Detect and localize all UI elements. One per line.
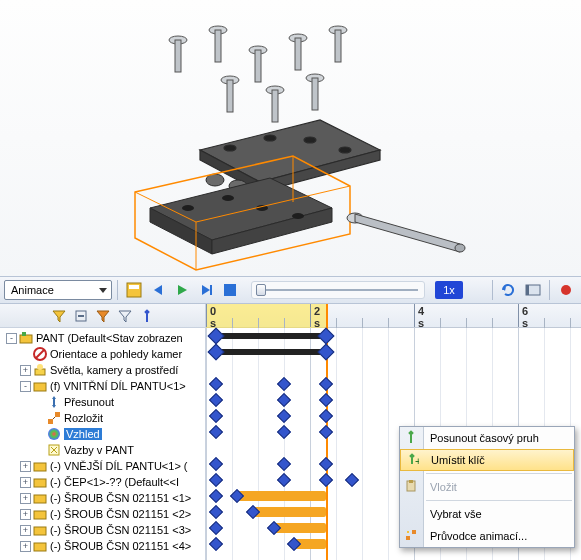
keyframe[interactable]	[209, 473, 223, 487]
tree-row[interactable]: Přesunout	[0, 394, 205, 410]
svg-rect-55	[34, 511, 46, 519]
keyframe[interactable]	[277, 377, 291, 391]
keyframe[interactable]	[209, 537, 223, 551]
time-bar[interactable]	[216, 333, 325, 339]
keyframe[interactable]	[319, 393, 333, 407]
time-ruler[interactable]: 0 s2 s4 s6 s	[206, 304, 581, 328]
keyframe[interactable]	[209, 521, 223, 535]
time-bar[interactable]	[237, 491, 325, 501]
tree-row[interactable]: +(-) ŠROUB ČSN 021151 <3>	[0, 522, 205, 538]
ctx-label: Umístit klíč	[431, 454, 485, 466]
keyframe[interactable]	[319, 425, 333, 439]
tree-row[interactable]: -PANT (Default<Stav zobrazen	[0, 330, 205, 346]
ctx-posunout-asov-pruh[interactable]: Posunout časový pruh	[400, 427, 574, 449]
tree-row[interactable]: +Světla, kamery a prostředí	[0, 362, 205, 378]
keyframe[interactable]	[209, 377, 223, 391]
model-viewport[interactable]	[0, 0, 581, 276]
keyframe[interactable]	[319, 473, 333, 487]
timeline-row[interactable]	[206, 408, 581, 424]
tree-row[interactable]: +(-) ČEP<1>-?? (Default<<I	[0, 474, 205, 490]
time-bar[interactable]	[216, 349, 325, 355]
timeline-row[interactable]	[206, 392, 581, 408]
ctx-pr-vodce-animac-[interactable]: Průvodce animací...	[400, 525, 574, 547]
time-bar[interactable]	[274, 523, 326, 533]
ctx-label: Posunout časový pruh	[430, 432, 539, 444]
expand-toggle[interactable]: +	[20, 477, 31, 488]
collapse-icon[interactable]	[71, 306, 91, 326]
tree-row[interactable]: +(-) ŠROUB ČSN 021151 <4>	[0, 538, 205, 554]
expand-toggle[interactable]: +	[20, 365, 31, 376]
tree-row[interactable]: -(f) VNITŘNÍ DÍL PANTU<1>	[0, 378, 205, 394]
filter2-icon[interactable]	[115, 306, 135, 326]
keyframe[interactable]	[319, 409, 333, 423]
svg-rect-41	[22, 332, 26, 336]
timeline-row[interactable]	[206, 344, 581, 360]
time-bar[interactable]	[253, 507, 326, 517]
keyframe[interactable]	[209, 489, 223, 503]
speed-menu-button[interactable]	[465, 279, 487, 301]
light-icon	[33, 363, 47, 377]
timeline-panel[interactable]: 0 s2 s4 s6 s Posunout časový pruh+Umísti…	[206, 304, 581, 560]
keyframe[interactable]	[209, 457, 223, 471]
key-icon[interactable]	[137, 306, 157, 326]
keyframe[interactable]	[317, 344, 334, 361]
keyframe[interactable]	[277, 473, 291, 487]
mode-combo[interactable]: Animace	[4, 280, 112, 300]
svg-rect-59	[410, 435, 412, 443]
timeline-row[interactable]	[206, 328, 581, 344]
record-button[interactable]	[555, 279, 577, 301]
tree-label: Přesunout	[64, 396, 114, 408]
keyframe[interactable]	[209, 409, 223, 423]
step-back-button[interactable]	[147, 279, 169, 301]
keyframe[interactable]	[209, 393, 223, 407]
keyframe[interactable]	[209, 505, 223, 519]
tree-row[interactable]: Vzhled	[0, 426, 205, 442]
stop-button[interactable]	[219, 279, 241, 301]
expand-toggle[interactable]: +	[20, 541, 31, 552]
svg-rect-31	[129, 285, 139, 289]
keyframe[interactable]	[208, 344, 225, 361]
keyframe[interactable]	[319, 377, 333, 391]
ctx-um-stit-kl-[interactable]: +Umístit klíč	[400, 449, 574, 471]
save-avi-button[interactable]	[522, 279, 544, 301]
tree-row[interactable]: +(-) VNĚJŠÍ DÍL PANTU<1> (	[0, 458, 205, 474]
svg-rect-15	[312, 78, 318, 110]
expand-icon[interactable]	[93, 306, 113, 326]
calc-button[interactable]	[123, 279, 145, 301]
expand-toggle[interactable]: -	[6, 333, 17, 344]
step-fwd-button[interactable]	[195, 279, 217, 301]
keyframe[interactable]	[277, 409, 291, 423]
explode-icon	[47, 411, 61, 425]
keyframe[interactable]	[208, 328, 225, 345]
time-slider[interactable]	[251, 281, 425, 299]
filter-icon[interactable]	[49, 306, 69, 326]
svg-rect-40	[20, 335, 32, 343]
expand-toggle[interactable]: +	[20, 493, 31, 504]
expand-toggle[interactable]: -	[20, 381, 31, 392]
tree-row[interactable]: Rozložit	[0, 410, 205, 426]
timeline-row[interactable]	[206, 376, 581, 392]
play-button[interactable]	[171, 279, 193, 301]
tree-label: Rozložit	[64, 412, 103, 424]
ctx-vybrat-v-e[interactable]: Vybrat vše	[400, 503, 574, 525]
keyframe[interactable]	[345, 473, 359, 487]
keyframe[interactable]	[277, 425, 291, 439]
svg-rect-11	[227, 80, 233, 112]
keyframe[interactable]	[317, 328, 334, 345]
tree-row[interactable]: +(-) ŠROUB ČSN 021151 <2>	[0, 506, 205, 522]
expand-toggle[interactable]: +	[20, 525, 31, 536]
keyframe[interactable]	[277, 393, 291, 407]
tree-row[interactable]: Orientace a pohledy kamer	[0, 346, 205, 362]
keyframe[interactable]	[319, 457, 333, 471]
svg-point-36	[561, 285, 571, 295]
expand-toggle[interactable]: +	[20, 509, 31, 520]
loop-button[interactable]	[498, 279, 520, 301]
tree-row[interactable]: Vazby v PANT	[0, 442, 205, 458]
expand-toggle[interactable]: +	[20, 461, 31, 472]
tree-row[interactable]: +(-) ŠROUB ČSN 021151 <1>	[0, 490, 205, 506]
keyframe[interactable]	[277, 457, 291, 471]
feature-tree[interactable]: -PANT (Default<Stav zobrazenOrientace a …	[0, 328, 205, 560]
keyframe[interactable]	[209, 425, 223, 439]
speed-indicator[interactable]: 1x	[435, 281, 463, 299]
svg-point-27	[292, 213, 304, 219]
